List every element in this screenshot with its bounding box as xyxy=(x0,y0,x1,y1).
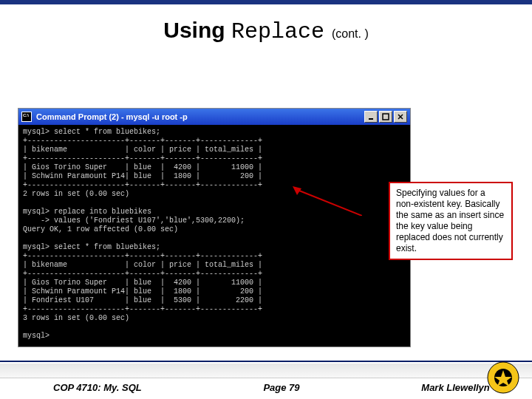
minimize-button[interactable] xyxy=(364,111,378,123)
maximize-button[interactable] xyxy=(379,111,392,123)
title-cont: (cont. ) xyxy=(332,27,369,41)
terminal-body: mysql> select * from bluebikes; +-------… xyxy=(18,125,410,347)
close-icon xyxy=(397,113,404,120)
terminal-title-text: Command Prompt (2) - mysql -u root -p xyxy=(36,112,188,121)
terminal-window: Command Prompt (2) - mysql -u root -p my… xyxy=(18,108,411,347)
svg-rect-1 xyxy=(383,114,389,120)
footer-band xyxy=(0,364,532,378)
close-button[interactable] xyxy=(394,111,407,123)
title-main: Using Replace xyxy=(163,18,324,44)
slide-title: Using Replace (cont. ) xyxy=(0,18,532,44)
maximize-icon xyxy=(382,113,389,120)
school-logo xyxy=(486,361,520,395)
minimize-icon xyxy=(367,113,375,120)
footer: COP 4710: My. SQL Page 79 Mark Llewellyn… xyxy=(0,361,532,399)
footer-page: Page 79 xyxy=(263,382,299,393)
title-code: Replace xyxy=(231,19,324,44)
callout-box: Specifying values for a non-existent key… xyxy=(389,182,513,260)
callout-text: Specifying values for a non-existent key… xyxy=(396,188,504,253)
title-prefix: Using xyxy=(163,18,231,42)
cmd-icon xyxy=(21,112,32,122)
top-accent-bar xyxy=(0,0,532,4)
terminal-titlebar: Command Prompt (2) - mysql -u root -p xyxy=(18,109,410,125)
footer-course: COP 4710: My. SQL xyxy=(53,382,142,393)
